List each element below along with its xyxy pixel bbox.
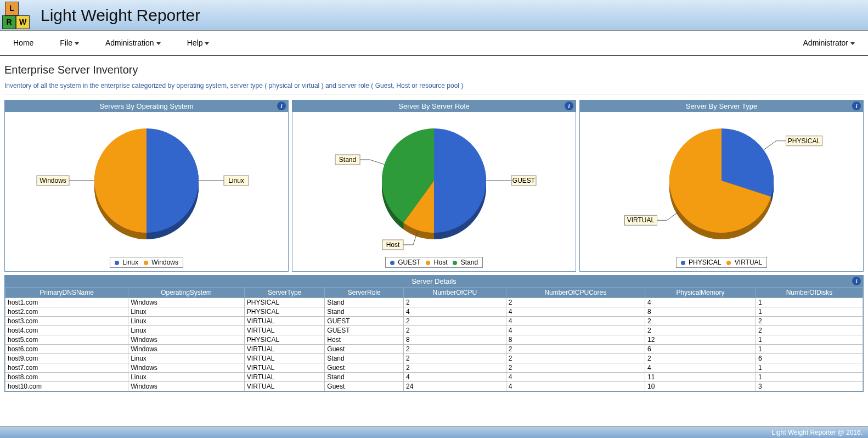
info-icon[interactable]: i (277, 102, 286, 110)
table-cell: 2 (506, 354, 645, 363)
table-row[interactable]: host5.comWindowsPHYSICALHost88121 (5, 335, 863, 345)
table-cell: host9.com (5, 354, 128, 363)
table-cell: Windows (128, 382, 245, 391)
table-cell: Windows (128, 335, 245, 345)
svg-text:Linux: Linux (228, 177, 244, 184)
table-row[interactable]: host3.comLinuxVIRTUALGUEST2422 (5, 317, 863, 326)
table-column-header[interactable]: OperatingSystem (128, 288, 245, 298)
table-cell: Linux (128, 307, 245, 317)
table-column-header[interactable]: PhysicalMemory (645, 288, 756, 298)
table-cell: 2 (506, 345, 645, 354)
table-cell: Stand (325, 307, 404, 317)
table-cell: 4 (506, 307, 645, 317)
table-cell: Guest (325, 345, 404, 354)
table-column-header[interactable]: NumberOfCPU (403, 288, 506, 298)
table-cell: 2 (403, 363, 506, 373)
chart-panel-type: Server By Server Type i PHYSICALVIRTUAL … (579, 100, 864, 272)
table-cell: VIRTUAL (244, 317, 324, 326)
table-cell: host4.com (5, 326, 128, 335)
table-column-header[interactable]: ServerRole (325, 288, 404, 298)
table-cell: VIRTUAL (244, 373, 324, 382)
table-cell: Windows (128, 363, 245, 373)
table-cell: 2 (756, 317, 863, 326)
table-column-header[interactable]: NumberOfCPUCores (506, 288, 645, 298)
table-row[interactable]: host2.comLinuxPHYSICALStand4481 (5, 307, 863, 317)
header-banner: L R W Light Weight Reporter (0, 0, 868, 31)
legend-item: VIRTUAL (726, 259, 762, 266)
table-cell: VIRTUAL (244, 363, 324, 373)
svg-text:GUEST: GUEST (512, 177, 536, 184)
chart-os-svg: LinuxWindows (5, 112, 288, 255)
app-logo: L R W (2, 2, 35, 29)
table-cell: 6 (756, 354, 863, 363)
info-icon[interactable]: i (852, 277, 861, 285)
table-row[interactable]: host9.comLinuxVIRTUALStand2226 (5, 354, 863, 363)
table-row[interactable]: host1.comWindowsPHYSICALStand2241 (5, 298, 863, 307)
table-cell: 2 (403, 317, 506, 326)
table-cell: 4 (506, 317, 645, 326)
page-description: Inventory of all the system in the enter… (4, 82, 864, 94)
table-cell: 4 (506, 373, 645, 382)
table-cell: 1 (756, 335, 863, 345)
table-cell: PHYSICAL (244, 307, 324, 317)
table-row[interactable]: host10.comWindowsVIRTUALGuest244103 (5, 382, 863, 391)
table-cell: 2 (645, 317, 756, 326)
table-cell: 4 (506, 326, 645, 335)
menu-home[interactable]: Home (0, 35, 47, 50)
table-cell: 1 (756, 307, 863, 317)
table-cell: 1 (756, 298, 863, 307)
table-column-header[interactable]: ServerType (244, 288, 324, 298)
table-cell: 4 (403, 373, 506, 382)
legend-item: Linux (115, 259, 138, 266)
table-cell: VIRTUAL (244, 345, 324, 354)
table-cell: 2 (506, 363, 645, 373)
table-cell: GUEST (325, 317, 404, 326)
table-cell: 4 (645, 298, 756, 307)
menu-administration[interactable]: Administration (92, 35, 174, 50)
page-title: Enterprise Server Inventory (4, 64, 864, 76)
table-cell: Linux (128, 317, 245, 326)
svg-text:PHYSICAL: PHYSICAL (788, 137, 821, 145)
table-row[interactable]: host7.comWindowsVIRTUALGuest2241 (5, 363, 863, 373)
legend-dot (390, 261, 394, 265)
legend-dot (726, 261, 731, 265)
menu-user[interactable]: Administrator (790, 35, 868, 50)
table-cell: 2 (645, 354, 756, 363)
chevron-down-icon (156, 42, 161, 45)
table-cell: 2 (403, 354, 506, 363)
chart-type-svg: PHYSICALVIRTUAL (580, 112, 863, 255)
table-cell: 8 (645, 307, 756, 317)
menu-help[interactable]: Help (174, 35, 223, 50)
table-row[interactable]: host8.comLinuxVIRTUALStand44111 (5, 373, 863, 382)
info-icon[interactable]: i (852, 102, 861, 110)
chevron-down-icon (75, 42, 79, 45)
table-row[interactable]: host4.comLinuxVIRTUALGUEST2422 (5, 326, 863, 335)
table-cell: host7.com (5, 363, 128, 373)
table-row[interactable]: host6.comWindowsVIRTUALGuest2261 (5, 345, 863, 354)
table-cell: 2 (403, 298, 506, 307)
legend-item: Windows (144, 259, 178, 266)
legend-item: Stand (453, 259, 478, 266)
table-cell: host3.com (5, 317, 128, 326)
chart-panel-role-header: Server By Server Role i (292, 100, 576, 112)
table-column-header[interactable]: NumberOfDisks (756, 288, 863, 298)
table-cell: Linux (128, 354, 245, 363)
table-cell: 1 (756, 363, 863, 373)
server-details-table: PrimaryDNSNameOperatingSystemServerTypeS… (5, 287, 863, 391)
menubar: Home File Administration Help Administra… (0, 31, 868, 56)
svg-text:Windows: Windows (40, 177, 66, 184)
chart-role-legend: GUEST Host Stand (385, 257, 483, 268)
table-cell: 2 (403, 326, 506, 335)
table-cell: Windows (128, 298, 245, 307)
chart-os-legend: Linux Windows (110, 257, 183, 268)
menu-file[interactable]: File (47, 35, 92, 50)
table-panel-header: Server Details i (5, 276, 863, 287)
table-cell: 10 (645, 382, 756, 391)
table-column-header[interactable]: PrimaryDNSName (5, 288, 128, 298)
chevron-down-icon (850, 42, 855, 45)
table-cell: 4 (403, 307, 506, 317)
table-panel: Server Details i PrimaryDNSNameOperating… (4, 275, 864, 392)
table-cell: host1.com (5, 298, 128, 307)
info-icon[interactable]: i (565, 102, 573, 110)
table-cell: 6 (645, 345, 756, 354)
